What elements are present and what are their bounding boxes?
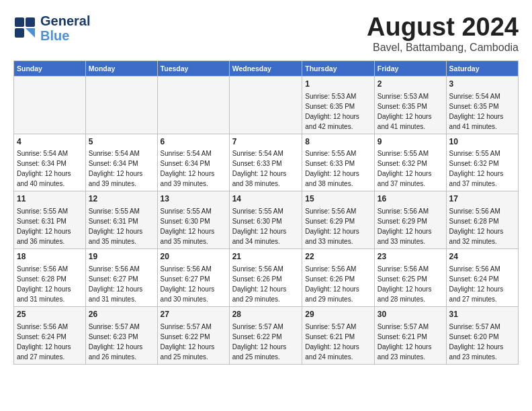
day-number: 5 [89, 136, 154, 148]
day-number: 3 [449, 79, 515, 90]
day-header-saturday: Saturday [446, 60, 518, 76]
day-number: 30 [378, 309, 443, 320]
day-number: 21 [232, 251, 300, 263]
calendar-cell: 24Sunrise: 5:56 AM Sunset: 6:24 PM Dayli… [446, 249, 518, 307]
day-number: 14 [232, 193, 300, 205]
day-info: Sunrise: 5:55 AM Sunset: 6:32 PM Dayligh… [378, 150, 432, 187]
day-info: Sunrise: 5:54 AM Sunset: 6:34 PM Dayligh… [161, 150, 215, 187]
calendar-cell: 25Sunrise: 5:56 AM Sunset: 6:24 PM Dayli… [14, 306, 86, 364]
day-header-wednesday: Wednesday [229, 60, 302, 76]
day-number: 16 [378, 193, 443, 205]
day-number: 25 [17, 309, 83, 320]
day-info: Sunrise: 5:56 AM Sunset: 6:24 PM Dayligh… [17, 323, 71, 361]
week-row-4: 18Sunrise: 5:56 AM Sunset: 6:28 PM Dayli… [14, 249, 519, 307]
calendar-cell: 30Sunrise: 5:57 AM Sunset: 6:21 PM Dayli… [374, 306, 446, 364]
page-header: General Blue August 2024 Bavel, Battamba… [13, 13, 519, 54]
day-number: 13 [161, 193, 226, 205]
title-block: August 2024 Bavel, Battambang, Cambodia [367, 13, 519, 54]
calendar-cell: 12Sunrise: 5:55 AM Sunset: 6:31 PM Dayli… [85, 191, 157, 249]
day-info: Sunrise: 5:55 AM Sunset: 6:30 PM Dayligh… [232, 208, 287, 245]
day-number: 24 [449, 251, 515, 263]
calendar-cell: 15Sunrise: 5:56 AM Sunset: 6:29 PM Dayli… [302, 191, 375, 249]
calendar-cell: 16Sunrise: 5:56 AM Sunset: 6:29 PM Dayli… [374, 191, 446, 249]
day-number: 12 [89, 193, 154, 205]
day-info: Sunrise: 5:53 AM Sunset: 6:35 PM Dayligh… [305, 93, 359, 130]
calendar-cell: 2Sunrise: 5:53 AM Sunset: 6:35 PM Daylig… [374, 76, 446, 134]
calendar-cell: 31Sunrise: 5:57 AM Sunset: 6:20 PM Dayli… [446, 306, 518, 364]
calendar-cell: 29Sunrise: 5:57 AM Sunset: 6:21 PM Dayli… [302, 306, 375, 364]
day-info: Sunrise: 5:56 AM Sunset: 6:29 PM Dayligh… [305, 208, 359, 245]
day-info: Sunrise: 5:56 AM Sunset: 6:27 PM Dayligh… [89, 265, 143, 303]
day-info: Sunrise: 5:56 AM Sunset: 6:27 PM Dayligh… [161, 265, 215, 303]
calendar-cell: 28Sunrise: 5:57 AM Sunset: 6:22 PM Dayli… [229, 306, 302, 364]
day-info: Sunrise: 5:57 AM Sunset: 6:22 PM Dayligh… [232, 323, 287, 361]
calendar-cell: 6Sunrise: 5:54 AM Sunset: 6:34 PM Daylig… [157, 134, 229, 191]
svg-marker-3 [26, 28, 35, 38]
day-info: Sunrise: 5:56 AM Sunset: 6:26 PM Dayligh… [232, 265, 287, 303]
day-number: 4 [17, 136, 83, 148]
day-number: 15 [305, 193, 371, 205]
day-number: 2 [378, 79, 443, 90]
day-number: 22 [305, 251, 371, 263]
day-number: 26 [89, 309, 154, 320]
calendar-cell: 19Sunrise: 5:56 AM Sunset: 6:27 PM Dayli… [85, 249, 157, 307]
day-header-sunday: Sunday [14, 60, 86, 76]
logo-line1: General [40, 13, 90, 28]
day-number: 31 [449, 309, 515, 320]
calendar-cell: 3Sunrise: 5:54 AM Sunset: 6:35 PM Daylig… [446, 76, 518, 134]
day-info: Sunrise: 5:55 AM Sunset: 6:31 PM Dayligh… [89, 208, 143, 245]
calendar-cell: 7Sunrise: 5:54 AM Sunset: 6:33 PM Daylig… [229, 134, 302, 191]
day-number: 28 [232, 309, 300, 320]
calendar-cell: 1Sunrise: 5:53 AM Sunset: 6:35 PM Daylig… [302, 76, 375, 134]
calendar-cell: 22Sunrise: 5:56 AM Sunset: 6:26 PM Dayli… [302, 249, 375, 307]
calendar-cell: 8Sunrise: 5:55 AM Sunset: 6:33 PM Daylig… [302, 134, 375, 191]
day-info: Sunrise: 5:56 AM Sunset: 6:28 PM Dayligh… [17, 265, 71, 303]
day-info: Sunrise: 5:57 AM Sunset: 6:23 PM Dayligh… [89, 323, 143, 361]
day-info: Sunrise: 5:54 AM Sunset: 6:33 PM Dayligh… [232, 150, 287, 187]
day-info: Sunrise: 5:57 AM Sunset: 6:21 PM Dayligh… [305, 323, 359, 361]
calendar-cell: 13Sunrise: 5:55 AM Sunset: 6:30 PM Dayli… [157, 191, 229, 249]
calendar-cell: 21Sunrise: 5:56 AM Sunset: 6:26 PM Dayli… [229, 249, 302, 307]
calendar-cell: 9Sunrise: 5:55 AM Sunset: 6:32 PM Daylig… [374, 134, 446, 191]
day-header-monday: Monday [85, 60, 157, 76]
day-number: 8 [305, 136, 371, 148]
svg-rect-1 [26, 17, 35, 27]
day-info: Sunrise: 5:55 AM Sunset: 6:33 PM Dayligh… [305, 150, 359, 187]
calendar-cell: 14Sunrise: 5:55 AM Sunset: 6:30 PM Dayli… [229, 191, 302, 249]
day-info: Sunrise: 5:53 AM Sunset: 6:35 PM Dayligh… [378, 93, 432, 130]
day-number: 19 [89, 251, 154, 263]
day-info: Sunrise: 5:55 AM Sunset: 6:30 PM Dayligh… [161, 208, 215, 245]
day-info: Sunrise: 5:56 AM Sunset: 6:25 PM Dayligh… [378, 265, 432, 303]
logo: General Blue [13, 13, 90, 43]
day-info: Sunrise: 5:57 AM Sunset: 6:22 PM Dayligh… [161, 323, 215, 361]
day-number: 6 [161, 136, 226, 148]
day-number: 23 [378, 251, 443, 263]
calendar-cell: 11Sunrise: 5:55 AM Sunset: 6:31 PM Dayli… [14, 191, 86, 249]
day-info: Sunrise: 5:56 AM Sunset: 6:24 PM Dayligh… [449, 265, 504, 303]
calendar-cell: 4Sunrise: 5:54 AM Sunset: 6:34 PM Daylig… [14, 134, 86, 191]
day-number: 20 [161, 251, 226, 263]
calendar-cell: 26Sunrise: 5:57 AM Sunset: 6:23 PM Dayli… [85, 306, 157, 364]
week-row-2: 4Sunrise: 5:54 AM Sunset: 6:34 PM Daylig… [14, 134, 519, 191]
day-number: 9 [378, 136, 443, 148]
day-number: 10 [449, 136, 515, 148]
calendar-cell [85, 76, 157, 134]
day-header-tuesday: Tuesday [157, 60, 229, 76]
calendar-cell: 17Sunrise: 5:56 AM Sunset: 6:28 PM Dayli… [446, 191, 518, 249]
day-number: 18 [17, 251, 83, 263]
month-title: August 2024 [367, 13, 519, 42]
day-header-thursday: Thursday [302, 60, 375, 76]
day-info: Sunrise: 5:56 AM Sunset: 6:28 PM Dayligh… [449, 208, 504, 245]
day-number: 11 [17, 193, 83, 205]
day-info: Sunrise: 5:55 AM Sunset: 6:32 PM Dayligh… [449, 150, 504, 187]
day-header-friday: Friday [374, 60, 446, 76]
week-row-1: 1Sunrise: 5:53 AM Sunset: 6:35 PM Daylig… [14, 76, 519, 134]
calendar-cell: 5Sunrise: 5:54 AM Sunset: 6:34 PM Daylig… [85, 134, 157, 191]
location: Bavel, Battambang, Cambodia [367, 42, 519, 54]
day-number: 17 [449, 193, 515, 205]
calendar-cell [157, 76, 229, 134]
calendar-cell: 18Sunrise: 5:56 AM Sunset: 6:28 PM Dayli… [14, 249, 86, 307]
calendar-table: SundayMondayTuesdayWednesdayThursdayFrid… [13, 60, 519, 365]
day-info: Sunrise: 5:57 AM Sunset: 6:21 PM Dayligh… [378, 323, 432, 361]
day-info: Sunrise: 5:56 AM Sunset: 6:26 PM Dayligh… [305, 265, 359, 303]
